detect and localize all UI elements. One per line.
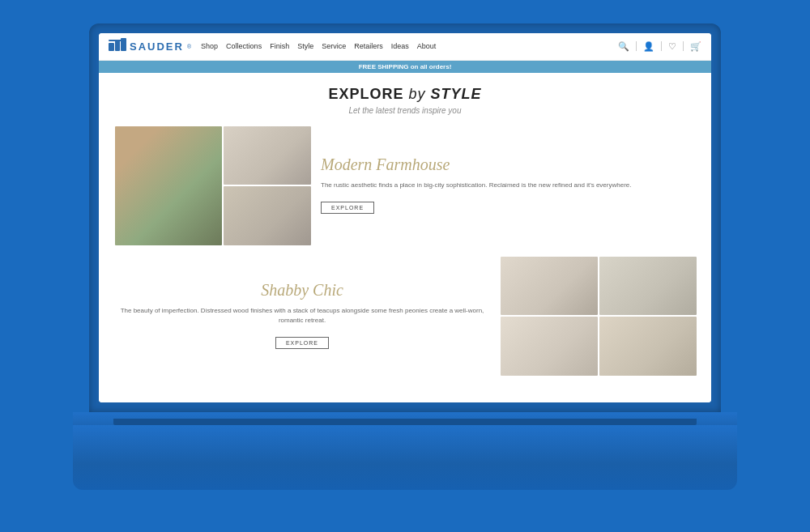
content-area: EXPLORE by STYLE Let the latest trends i… (99, 73, 711, 402)
nav-finish[interactable]: Finish (270, 42, 289, 50)
title-explore: EXPLORE (328, 86, 403, 102)
nav-about[interactable]: About (417, 42, 437, 50)
screen-bezel: SAUDER ® Shop Collections Finish Style S… (89, 23, 721, 412)
mf-bedroom1-image (224, 126, 311, 185)
nav-divider-3 (683, 41, 684, 51)
search-icon[interactable]: 🔍 (618, 41, 629, 52)
nav-divider-2 (661, 41, 662, 51)
nav-style[interactable]: Style (297, 42, 313, 50)
nav-shop[interactable]: Shop (201, 42, 218, 50)
sc-sofa-image (501, 317, 598, 376)
nav-retailers[interactable]: Retailers (354, 42, 383, 50)
nav-ideas[interactable]: Ideas (391, 42, 409, 50)
nav-divider-1 (636, 41, 637, 51)
nav-collections[interactable]: Collections (226, 42, 262, 50)
nav-service[interactable]: Service (322, 42, 346, 50)
logo-icon (109, 38, 126, 55)
user-icon[interactable]: 👤 (643, 41, 654, 52)
heart-icon[interactable]: ♡ (668, 41, 676, 52)
shabby-chic-title: Shabby Chic (115, 281, 489, 300)
modern-farmhouse-section: Modern Farmhouse The rustic aesthetic fi… (115, 126, 695, 244)
shabby-chic-images (501, 257, 695, 374)
cart-icon[interactable]: 🛒 (690, 41, 701, 52)
page-heading: EXPLORE by STYLE (115, 86, 695, 103)
screen: SAUDER ® Shop Collections Finish Style S… (99, 33, 711, 402)
sc-chair-image (501, 257, 598, 316)
shabby-chic-desc: The beauty of imperfection. Distressed w… (115, 306, 489, 326)
logo-text: SAUDER (130, 40, 184, 53)
logo[interactable]: SAUDER ® (109, 38, 191, 55)
modern-farmhouse-explore-btn[interactable]: EXPLORE (321, 202, 374, 214)
shabby-chic-explore-btn[interactable]: EXPLORE (275, 337, 329, 349)
modern-farmhouse-title: Modern Farmhouse (321, 155, 695, 174)
modern-farmhouse-info: Modern Farmhouse The rustic aesthetic fi… (321, 155, 695, 214)
nav-links: Shop Collections Finish Style Service Re… (201, 42, 618, 50)
modern-farmhouse-images (115, 126, 309, 244)
title-by: by STYLE (409, 86, 482, 102)
page-subtitle: Let the latest trends inspire you (115, 106, 695, 115)
mf-bedroom2-image (224, 186, 311, 245)
promo-bar: FREE SHIPPING on all orders! (99, 61, 711, 73)
laptop-hinge (113, 419, 697, 425)
sc-desk-image (599, 257, 697, 316)
logo-reg: ® (187, 44, 191, 49)
mf-dining-image (115, 126, 222, 245)
laptop: SAUDER ® Shop Collections Finish Style S… (73, 23, 737, 509)
nav-icons: 🔍 👤 ♡ 🛒 (618, 41, 701, 52)
svg-rect-1 (115, 40, 120, 51)
shabby-chic-section: Shabby Chic The beauty of imperfection. … (115, 257, 695, 374)
svg-rect-3 (109, 40, 126, 41)
sc-extra-image (599, 317, 697, 376)
svg-rect-0 (109, 43, 114, 51)
navbar: SAUDER ® Shop Collections Finish Style S… (99, 33, 711, 61)
page-title: EXPLORE by STYLE (115, 86, 695, 103)
laptop-bottom (73, 425, 737, 490)
modern-farmhouse-desc: The rustic aesthetic finds a place in bi… (321, 181, 695, 190)
shabby-chic-info: Shabby Chic The beauty of imperfection. … (115, 281, 489, 349)
